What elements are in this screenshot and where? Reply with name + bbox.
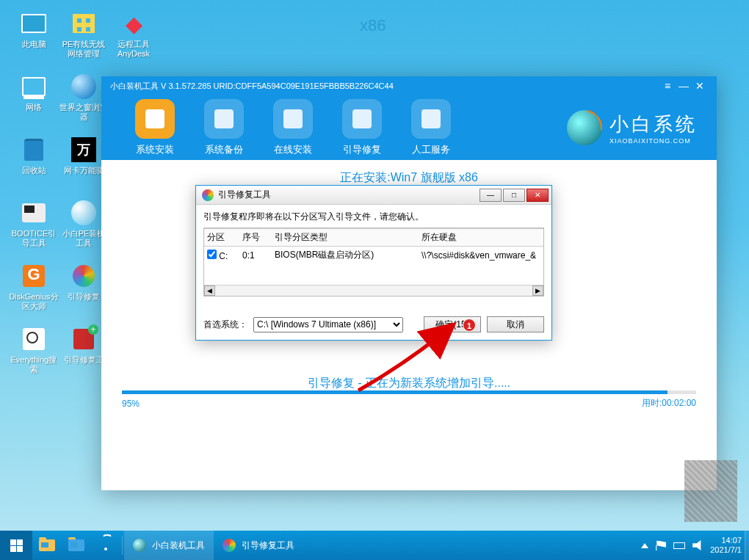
dialog-icon	[202, 189, 214, 201]
annotation-badge-1: 1	[463, 319, 476, 332]
desktop-icon-12[interactable]: GDiskGenius分区大师	[9, 260, 59, 320]
cancel-button[interactable]: 取消	[487, 316, 544, 332]
install-status-title: 正在安装:Win7 旗舰版 x86	[122, 170, 696, 186]
glyph-remote-icon: ◆	[126, 11, 142, 37]
desktop-icon-label: 回收站	[9, 166, 59, 175]
start-button[interactable]	[0, 531, 32, 560]
partition-checkbox[interactable]	[207, 250, 217, 259]
table-header[interactable]: 分区	[204, 229, 239, 247]
taskbar-app-0[interactable]: 小白装机工具	[124, 531, 214, 560]
toolbar-tab-1[interactable]: 系统备份	[189, 99, 258, 156]
desktop-icon-0[interactable]: 此电脑	[9, 7, 59, 68]
desktop-icon-label: 远程工具AnyDesk	[109, 40, 159, 59]
preferred-system-select[interactable]: C:\ [Windows 7 Ultimate (x86)]	[253, 317, 403, 332]
glyph-monitor-icon	[21, 14, 46, 33]
glyph-network-icon	[22, 77, 46, 96]
dialog-message: 引导修复程序即将在以下分区写入引导文件，请您确认。	[203, 211, 544, 223]
desktop-icon-2[interactable]: ◆远程工具AnyDesk	[109, 7, 159, 68]
table-row[interactable]: C:0:1BIOS(MBR磁盘启动分区)\\?\scsi#disk&ven_vm…	[204, 247, 543, 264]
dialog-title: 引导修复工具	[218, 189, 271, 201]
tray-flag-icon[interactable]	[656, 540, 666, 550]
taskbar-app-1[interactable]: 引导修复工具	[214, 531, 303, 560]
glyph-globe-icon	[71, 74, 96, 99]
taskbar-explorer-button[interactable]	[32, 531, 62, 560]
tool-icon	[283, 109, 303, 128]
tool-label: 引导修复	[328, 143, 397, 156]
progress-percent: 95%	[122, 399, 154, 409]
boot-repair-dialog: 引导修复工具 — □ ✕ 引导修复程序即将在以下分区写入引导文件，请您确认。 分…	[195, 185, 552, 341]
tool-icon	[145, 109, 164, 128]
brand-name: 小白系统	[609, 112, 698, 137]
taskbar: 小白装机工具引导修复工具 14:07 2021/7/1	[0, 531, 749, 560]
taskbar-browser-button[interactable]	[62, 531, 91, 560]
desktop-icon-3[interactable]: 网络	[9, 70, 59, 131]
show-desktop-button[interactable]	[745, 531, 749, 560]
toolbar-tab-0[interactable]: 系统安装	[120, 99, 189, 156]
desktop-icon-15[interactable]: Everything搜索	[9, 323, 59, 383]
tray-volume-icon[interactable]	[692, 540, 703, 550]
minimize-button[interactable]: —	[676, 80, 692, 92]
toolbar-tab-4[interactable]: 人工服务	[397, 99, 466, 156]
progress-time: 用时:00:02:00	[626, 397, 696, 410]
dialog-titlebar[interactable]: 引导修复工具 — □ ✕	[196, 186, 551, 205]
menu-button[interactable]: ≡	[659, 80, 676, 92]
desktop-icon-label: 网络	[9, 103, 59, 112]
preferred-system-label: 首选系统：	[203, 319, 247, 331]
install-status-message: 引导修复 - 正在为新装系统增加引导.....	[101, 376, 717, 391]
table-header[interactable]: 引导分区类型	[272, 229, 419, 247]
app-label: 小白装机工具	[152, 539, 205, 552]
desktop-icon-6[interactable]: 回收站	[9, 134, 59, 194]
horizontal-scrollbar[interactable]: ◀ ▶	[204, 285, 543, 296]
tool-label: 系统备份	[189, 143, 258, 156]
titlebar: 小白装机工具 V 3.1.572.285 URID:CDFF5A594C09E1…	[101, 76, 717, 92]
tool-icon	[352, 109, 372, 128]
glyph-box-icon	[73, 329, 94, 349]
dialog-minimize-button[interactable]: —	[480, 189, 502, 202]
brand-url: XIAOBAIXITONG.COM	[609, 137, 698, 145]
desktop-icon-label: PE有线无线网络管理	[59, 40, 109, 59]
table-header[interactable]: 序号	[239, 229, 272, 247]
dialog-maximize-button[interactable]: □	[503, 189, 525, 202]
content-area: 正在安装:Win7 旗舰版 x86 引导修复 - 正在为新装系统增加引导....…	[101, 160, 717, 490]
taskbar-clock[interactable]: 14:07 2021/7/1	[710, 536, 742, 555]
scroll-right-button[interactable]: ▶	[532, 286, 543, 296]
tool-label: 系统安装	[120, 143, 189, 156]
toolbar-tab-3[interactable]: 引导修复	[328, 99, 397, 156]
folder-icon	[39, 539, 55, 551]
desktop-icon-label: DiskGenius分区大师	[9, 292, 59, 311]
windows-icon	[10, 539, 23, 552]
glyph-search-icon	[23, 328, 45, 350]
watermark-block	[684, 460, 737, 522]
app-icon	[222, 539, 236, 552]
app-icon	[133, 539, 146, 552]
desktop-icon-label: Everything搜索	[9, 355, 59, 374]
desktop-icon-9[interactable]: BOOTICE引导工具	[9, 197, 59, 257]
table-header[interactable]: 所在硬盘	[419, 229, 543, 247]
glyph-disk-icon: G	[23, 265, 45, 287]
tool-icon	[214, 109, 234, 128]
glyph-trash-icon	[24, 139, 43, 161]
tool-icon	[421, 109, 441, 128]
partition-table: 分区序号引导分区类型所在硬盘 C:0:1BIOS(MBR磁盘启动分区)\\?\s…	[203, 228, 544, 297]
progress-area: 95% 用时:00:02:00	[122, 390, 696, 410]
taskbar-wifi-icon[interactable]	[91, 531, 120, 560]
tool-label: 在线安装	[258, 143, 328, 156]
close-button[interactable]: ✕	[692, 80, 708, 92]
tool-label: 人工服务	[397, 143, 466, 156]
glyph-10k-icon: 万	[71, 137, 96, 162]
desktop-icon-label: 此电脑	[9, 40, 59, 49]
glyph-usb-icon	[22, 203, 46, 222]
dialog-close-button[interactable]: ✕	[527, 189, 549, 202]
desktop-bg-label: x86	[360, 16, 386, 35]
progress-bar	[122, 390, 696, 394]
tray-battery-icon[interactable]	[673, 542, 685, 549]
glyph-color-icon	[73, 265, 95, 287]
system-tray: 14:07 2021/7/1	[641, 536, 749, 555]
scroll-left-button[interactable]: ◀	[204, 286, 215, 296]
tray-up-icon[interactable]	[641, 543, 648, 548]
desktop-icon-1[interactable]: PE有线无线网络管理	[59, 7, 109, 68]
window-title: 小白装机工具 V 3.1.572.285 URID:CDFF5A594C09E1…	[110, 81, 394, 92]
toolbar: 系统安装系统备份在线安装引导修复人工服务 小白系统 XIAOBAIXITONG.…	[101, 92, 717, 160]
app-label: 引导修复工具	[242, 539, 294, 552]
toolbar-tab-2[interactable]: 在线安装	[258, 99, 328, 156]
